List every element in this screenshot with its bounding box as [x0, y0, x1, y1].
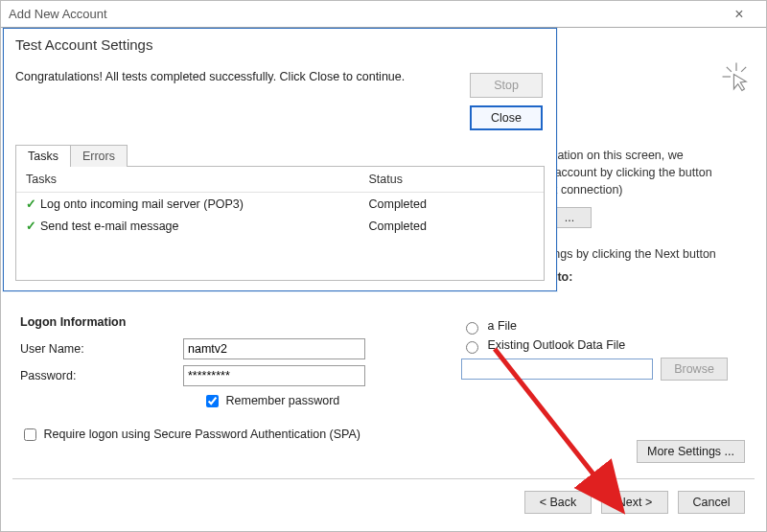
window-titlebar: Add New Account ×: [1, 1, 766, 28]
info-line: tings by clicking the Next button: [547, 245, 749, 263]
password-input[interactable]: [183, 365, 365, 386]
dialog-title: Test Account Settings: [4, 29, 556, 57]
col-status: Status: [360, 167, 545, 193]
deliver-to-label: s to:: [547, 268, 749, 286]
username-label: User Name:: [20, 342, 183, 356]
radio-existing-file[interactable]: [466, 341, 478, 354]
stop-button: Stop: [470, 73, 543, 98]
existing-file-path-input[interactable]: [461, 359, 653, 380]
svg-line-2: [727, 67, 732, 72]
info-line: rk connection): [547, 181, 749, 198]
password-label: Password:: [20, 369, 183, 382]
table-row: ✓Log onto incoming mail server (POP3) Co…: [16, 193, 544, 216]
spa-label: Require logon using Secure Password Auth…: [43, 428, 360, 441]
col-tasks: Tasks: [16, 167, 360, 193]
remember-label: Remember password: [225, 394, 339, 407]
task-name: Send test e-mail message: [40, 220, 179, 233]
spa-checkbox[interactable]: [24, 428, 36, 441]
task-name: Log onto incoming mail server (POP3): [40, 197, 244, 211]
close-button[interactable]: Close: [470, 105, 543, 130]
remember-checkbox[interactable]: [206, 395, 219, 407]
username-input[interactable]: [183, 338, 365, 359]
table-row: ✓Send test e-mail message Completed: [16, 215, 544, 237]
spa-row: Require logon using Secure Password Auth…: [20, 426, 442, 444]
next-button[interactable]: Next >: [601, 491, 668, 514]
tasks-panel: Tasks Status ✓Log onto incoming mail ser…: [15, 166, 545, 281]
check-icon: ✓: [26, 220, 36, 233]
window-title: Add New Account: [9, 1, 107, 28]
browse-button[interactable]: Browse: [661, 358, 728, 381]
task-status: Completed: [360, 215, 545, 237]
info-line: r account by clicking the button: [547, 164, 749, 181]
logon-section: Logon Information User Name: Password: R…: [20, 315, 442, 444]
more-settings-button[interactable]: More Settings ...: [637, 440, 745, 463]
task-status: Completed: [360, 193, 545, 216]
footer-separator: [12, 478, 755, 479]
cancel-button[interactable]: Cancel: [678, 491, 745, 514]
info-panel: s mation on this screen, we r account by…: [547, 124, 749, 286]
footer-buttons: < Back Next > Cancel: [524, 491, 745, 514]
tabs: Tasks Errors Tasks Status ✓Log onto inco…: [15, 144, 545, 279]
info-line: mation on this screen, we: [547, 147, 749, 164]
test-settings-dialog: Test Account Settings Congratulations! A…: [3, 28, 557, 291]
radio-new-file[interactable]: [466, 322, 478, 335]
tab-tasks[interactable]: Tasks: [15, 145, 71, 167]
info-header-letter: s: [547, 124, 749, 141]
tasks-table: Tasks Status ✓Log onto incoming mail ser…: [16, 167, 544, 237]
remember-row: Remember password: [202, 392, 442, 410]
svg-line-3: [741, 67, 746, 72]
deliver-to-group: a File Existing Outlook Data File Browse: [461, 315, 739, 381]
radio-new-label-partial: a File: [487, 319, 517, 333]
tab-errors[interactable]: Errors: [70, 145, 128, 167]
radio-existing-label: Existing Outlook Data File: [487, 338, 625, 352]
back-button[interactable]: < Back: [524, 491, 592, 514]
logon-title: Logon Information: [20, 315, 442, 329]
check-icon: ✓: [26, 197, 36, 211]
close-icon[interactable]: ×: [720, 1, 758, 28]
cursor-star-icon: [720, 60, 753, 93]
